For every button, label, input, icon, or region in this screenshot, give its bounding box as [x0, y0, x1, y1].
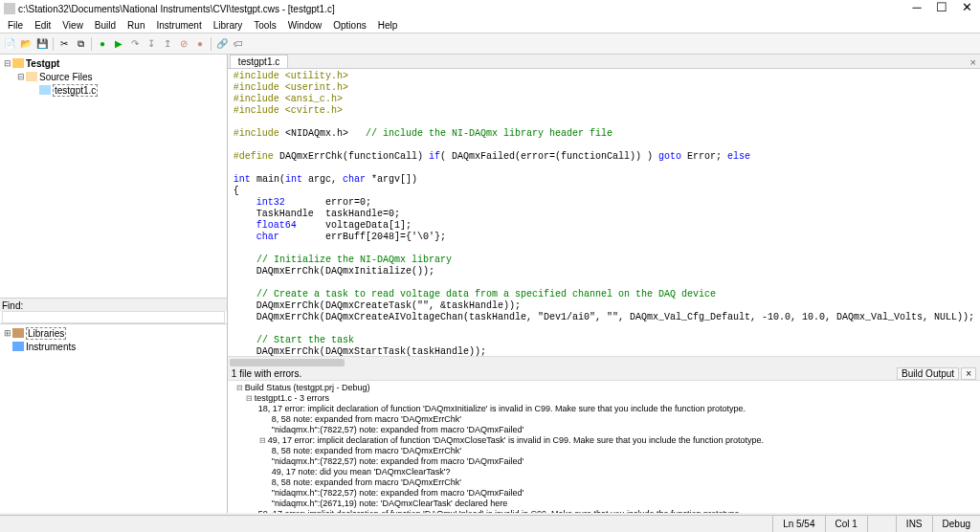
output-row[interactable]: "nidaqmx.h":(7822,57) note: expanded fro…	[232, 456, 976, 467]
menu-tools[interactable]: Tools	[248, 19, 281, 32]
output-row[interactable]: ⊟Build Status (testgpt.prj - Debug)	[232, 383, 976, 393]
output-row[interactable]: "nidaqmx.h":(2671,19) note: 'DAQmxClearT…	[232, 499, 976, 509]
instrument-icon	[12, 342, 24, 351]
menu-bar: File Edit View Build Run Instrument Libr…	[0, 17, 980, 33]
expand-icon[interactable]: ⊟	[15, 72, 26, 81]
output-row[interactable]: 8, 58 note: expanded from macro 'DAQmxEr…	[232, 446, 976, 456]
status-spacer	[867, 516, 896, 532]
horizontal-scrollbar[interactable]	[228, 356, 980, 367]
collapse-icon[interactable]: ⊟	[245, 393, 255, 404]
status-col: Col 1	[825, 516, 867, 532]
status-ins: INS	[896, 516, 932, 532]
run-green-icon[interactable]: ●	[95, 36, 110, 52]
window-title: c:\Station32\Documents\National Instrume…	[18, 4, 911, 14]
build-output-button[interactable]: Build Output	[897, 367, 959, 380]
stop2-icon[interactable]: ●	[192, 36, 208, 52]
menu-help[interactable]: Help	[372, 19, 404, 32]
libraries-node[interactable]: ⊞ Libraries	[2, 326, 225, 340]
left-panel: ⊟ Testgpt ⊟ Source Files testgpt1.c	[0, 55, 228, 513]
app-icon	[4, 3, 15, 14]
file-name: testgpt1.c	[53, 84, 98, 97]
output-error-row[interactable]: 18, 17 error: implicit declaration of fu…	[232, 404, 976, 414]
step-into-icon[interactable]: ↧	[144, 36, 159, 52]
menu-file[interactable]: File	[2, 19, 29, 32]
status-line: Ln 5/54	[772, 516, 824, 532]
save-icon[interactable]: 💾	[34, 36, 50, 52]
tab-close-icon[interactable]: ×	[967, 56, 980, 68]
code-editor[interactable]: #include <utility.h> #include <userint.h…	[228, 69, 980, 356]
instruments-node[interactable]: Instruments	[2, 340, 225, 353]
main-area: ⊟ Testgpt ⊟ Source Files testgpt1.c	[0, 55, 980, 513]
stop-icon[interactable]: ⊘	[176, 36, 191, 52]
tag-icon[interactable]: 🏷	[231, 36, 246, 52]
output-header: 1 file with errors. Build Output ×	[228, 367, 980, 381]
minimize-button[interactable]: ─	[911, 3, 923, 14]
menu-instrument[interactable]: Instrument	[150, 19, 207, 32]
step-out-icon[interactable]: ↥	[160, 36, 175, 52]
menu-build[interactable]: Build	[89, 19, 122, 32]
menu-view[interactable]: View	[56, 19, 89, 32]
output-error-row[interactable]: ⊟49, 17 error: implicit declaration of f…	[232, 435, 976, 446]
separator	[211, 37, 212, 51]
maximize-button[interactable]: ☐	[936, 3, 947, 14]
project-tree[interactable]: ⊟ Testgpt ⊟ Source Files testgpt1.c	[0, 55, 227, 298]
output-row[interactable]: 8, 58 note: expanded from macro 'DAQmxEr…	[232, 414, 976, 425]
link-icon[interactable]: 🔗	[214, 36, 230, 52]
output-close-icon[interactable]: ×	[961, 367, 976, 380]
window-controls: ─ ☐ ✕	[911, 3, 976, 14]
find-input[interactable]	[2, 311, 225, 323]
step-over-icon[interactable]: ↷	[127, 36, 143, 52]
collapse-icon[interactable]: ⊟	[235, 383, 245, 393]
output-row[interactable]: ⊟testgpt1.c - 3 errors	[232, 393, 976, 404]
tab-label: testgpt1.c	[238, 56, 279, 67]
output-error-row[interactable]: 50, 17 error: implicit declaration of fu…	[232, 509, 976, 513]
editor-tab[interactable]: testgpt1.c	[230, 55, 288, 68]
instruments-label: Instruments	[26, 342, 76, 352]
output-row[interactable]: "nidaqmx.h":(7822,57) note: expanded fro…	[232, 488, 976, 499]
open-icon[interactable]: 📂	[18, 36, 33, 52]
find-label: Find:	[0, 298, 227, 311]
right-panel: testgpt1.c × #include <utility.h> #inclu…	[228, 55, 980, 513]
expand-icon[interactable]: ⊟	[2, 58, 12, 68]
libraries-label: Libraries	[26, 327, 66, 340]
title-bar: c:\Station32\Documents\National Instrume…	[0, 0, 980, 17]
project-name: Testgpt	[26, 58, 59, 69]
new-icon[interactable]: 📄	[2, 36, 17, 52]
menu-run[interactable]: Run	[122, 19, 150, 32]
c-file-icon	[39, 85, 51, 95]
status-bar: Ln 5/54 Col 1 INS Debug	[0, 515, 980, 532]
folder-icon	[26, 72, 37, 81]
collapse-icon[interactable]: ⊟	[258, 435, 268, 446]
cut-icon[interactable]: ✂	[56, 36, 72, 52]
run-play-icon[interactable]: ▶	[111, 36, 126, 52]
separator	[53, 37, 54, 51]
output-summary: 1 file with errors.	[232, 368, 895, 379]
menu-window[interactable]: Window	[282, 19, 328, 32]
menu-edit[interactable]: Edit	[29, 19, 56, 32]
expand-icon[interactable]: ⊞	[2, 328, 12, 338]
output-row[interactable]: 49, 17 note: did you mean 'DAQmxClearTas…	[232, 467, 976, 477]
editor-tab-bar: testgpt1.c ×	[228, 55, 980, 69]
status-mode: Debug	[932, 516, 980, 532]
separator	[91, 37, 92, 51]
close-button[interactable]: ✕	[961, 3, 972, 14]
book-icon	[12, 328, 24, 338]
sources-label: Source Files	[39, 72, 93, 82]
source-file-node[interactable]: testgpt1.c	[29, 83, 225, 97]
menu-library[interactable]: Library	[208, 19, 249, 32]
project-icon	[12, 58, 24, 68]
build-output[interactable]: ⊟Build Status (testgpt.prj - Debug) ⊟tes…	[228, 381, 980, 513]
toolbar: 📄 📂 💾 ✂ ⧉ ● ▶ ↷ ↧ ↥ ⊘ ● 🔗 🏷	[0, 33, 980, 55]
source-files-node[interactable]: ⊟ Source Files	[15, 70, 225, 83]
menu-options[interactable]: Options	[327, 19, 371, 32]
output-row[interactable]: "nidaqmx.h":(7822,57) note: expanded fro…	[232, 425, 976, 435]
project-root-node[interactable]: ⊟ Testgpt	[2, 56, 225, 70]
library-pane[interactable]: ⊞ Libraries Instruments	[0, 323, 227, 513]
output-row[interactable]: 8, 58 note: expanded from macro 'DAQmxEr…	[232, 477, 976, 488]
copy-icon[interactable]: ⧉	[73, 36, 88, 52]
